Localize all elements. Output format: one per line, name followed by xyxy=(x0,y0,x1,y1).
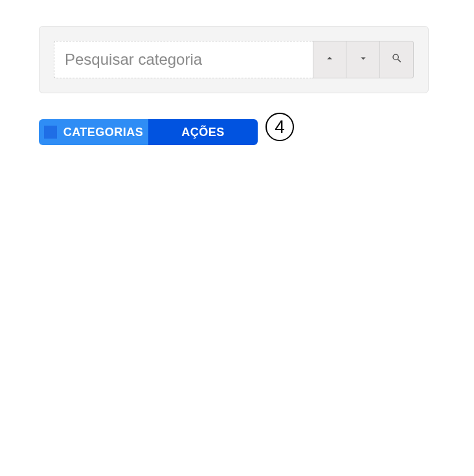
search-buttons xyxy=(313,41,414,78)
search-button[interactable] xyxy=(380,41,414,78)
tab-acoes[interactable]: AÇÕES xyxy=(148,119,258,145)
nav-up-button[interactable] xyxy=(313,41,346,78)
badge-number: 4 xyxy=(275,117,285,137)
tab-marker-icon xyxy=(44,126,57,139)
search-panel xyxy=(39,26,429,93)
search-input[interactable] xyxy=(54,41,313,78)
search-icon xyxy=(391,52,403,67)
tabs: CATEGORIAS AÇÕES xyxy=(39,119,258,145)
tab-label: AÇÕES xyxy=(181,126,225,139)
tabs-area: CATEGORIAS AÇÕES 4 Alterar Incluir Simil… xyxy=(39,119,298,145)
chevron-up-icon xyxy=(324,52,335,67)
annotation-badge-4: 4 xyxy=(265,113,294,141)
chevron-down-icon xyxy=(357,52,369,67)
search-row xyxy=(54,41,414,78)
tab-label: CATEGORIAS xyxy=(63,126,144,139)
nav-down-button[interactable] xyxy=(346,41,380,78)
tab-categorias[interactable]: CATEGORIAS xyxy=(39,119,148,145)
